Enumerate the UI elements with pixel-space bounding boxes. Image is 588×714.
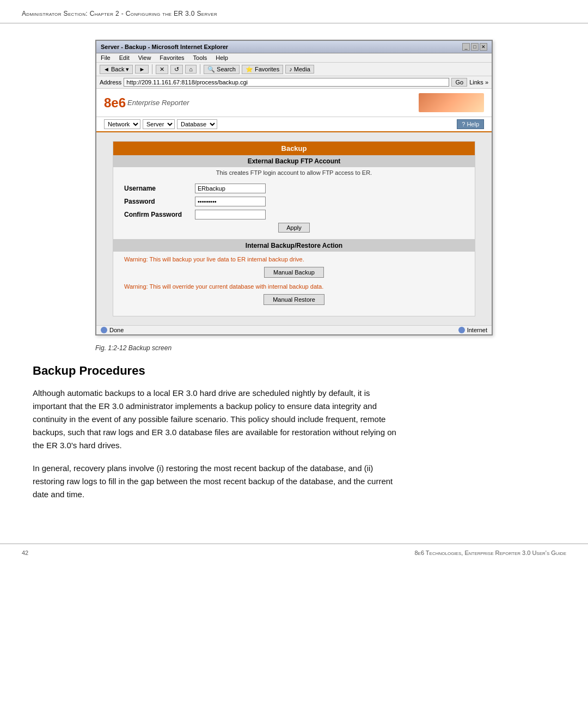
stop-button[interactable]: ✕ xyxy=(156,65,168,74)
manual-restore-row: Manual Restore xyxy=(124,294,464,305)
password-label: Password xyxy=(124,198,195,205)
internal-section-header: Internal Backup/Restore Action xyxy=(113,240,475,252)
menu-favorites[interactable]: Favorites xyxy=(160,54,184,61)
logo-text: Enterprise Reporter xyxy=(127,99,189,107)
apply-button[interactable]: Apply xyxy=(278,223,310,233)
menu-tools[interactable]: Tools xyxy=(193,54,207,61)
browser-window: Server - Backup - Microsoft Internet Exp… xyxy=(95,40,493,335)
manual-backup-row: Manual Backup xyxy=(124,267,464,278)
body-paragraph-1: Although automatic backups to a local ER… xyxy=(33,387,403,452)
panel-box: Backup External Backup FTP Account This … xyxy=(113,141,475,316)
go-button[interactable]: Go xyxy=(451,78,467,87)
footer-page-number: 42 xyxy=(22,550,28,556)
back-button[interactable]: ◄ Back ▾ xyxy=(100,65,133,74)
section-title: Backup Procedures xyxy=(33,364,555,378)
warning-text-2: Warning: This will override your current… xyxy=(124,283,464,290)
menu-help[interactable]: Help xyxy=(216,54,228,61)
internet-label: Internet xyxy=(467,327,487,333)
nav-bar: Network Server Database ? Help xyxy=(96,117,492,132)
help-button[interactable]: ? Help xyxy=(457,119,484,129)
status-right: Internet xyxy=(458,327,487,333)
toolbar-separator xyxy=(152,64,152,74)
close-button[interactable]: ✕ xyxy=(480,43,487,51)
links-button[interactable]: Links » xyxy=(469,79,488,86)
username-input[interactable] xyxy=(195,184,266,193)
password-row: Password xyxy=(124,197,464,206)
browser-titlebar: Server - Backup - Microsoft Internet Exp… xyxy=(96,41,492,53)
forward-button[interactable]: ► xyxy=(135,65,149,74)
ftp-section-desc: This creates FTP login account to allow … xyxy=(113,167,475,179)
confirm-password-input[interactable] xyxy=(195,210,266,219)
browser-statusbar: Done Internet xyxy=(96,325,492,334)
apply-btn-row: Apply xyxy=(124,223,464,233)
nav-dropdown-server[interactable]: Server xyxy=(143,119,175,129)
page-header: Administrator Section: Chapter 2 - Confi… xyxy=(0,0,588,23)
figure-caption: Fig. 1:2-12 Backup screen xyxy=(95,344,493,352)
nav-dropdown-network[interactable]: Network xyxy=(104,119,140,129)
username-label: Username xyxy=(124,185,195,192)
browser-title: Server - Backup - Microsoft Internet Exp… xyxy=(101,44,228,50)
minimize-button[interactable]: _ xyxy=(462,43,470,51)
confirm-password-row: Confirm Password xyxy=(124,210,464,219)
page-footer: 42 8e6 Technologies, Enterprise Reporter… xyxy=(0,544,588,562)
main-panel: Backup External Backup FTP Account This … xyxy=(96,132,492,325)
app-content: 8e6 Enterprise Reporter Network Server D… xyxy=(96,89,492,325)
refresh-button[interactable]: ↺ xyxy=(170,65,183,74)
ftp-form: Username Password Confirm Password xyxy=(113,179,475,239)
confirm-password-label: Confirm Password xyxy=(124,211,195,218)
warning-text-1: Warning: This will backup your live data… xyxy=(124,256,464,263)
toolbar-separator2 xyxy=(200,64,200,74)
media-button[interactable]: ♪ Media xyxy=(285,65,314,74)
internet-icon xyxy=(458,327,465,333)
panel-title: Backup xyxy=(113,142,475,155)
maximize-button[interactable]: □ xyxy=(471,43,479,51)
body-paragraph-2: In general, recovery plans involve (i) r… xyxy=(33,462,403,501)
username-row: Username xyxy=(124,184,464,193)
browser-controls: _ □ ✕ xyxy=(462,43,487,51)
internal-section: Warning: This will backup your live data… xyxy=(113,252,475,316)
password-input[interactable] xyxy=(195,197,266,206)
address-label: Address xyxy=(100,79,121,86)
ftp-section-header: External Backup FTP Account xyxy=(113,155,475,167)
menu-view[interactable]: View xyxy=(138,54,151,61)
app-header: 8e6 Enterprise Reporter xyxy=(96,89,492,117)
status-icon xyxy=(101,327,107,333)
footer-right-text: 8e6 Technologies, Enterprise Reporter 3.… xyxy=(414,550,566,556)
logo-8e6: 8e6 xyxy=(104,95,126,111)
manual-restore-button[interactable]: Manual Restore xyxy=(264,294,324,305)
search-button[interactable]: 🔍 Search xyxy=(204,65,240,74)
home-button[interactable]: ⌂ xyxy=(185,65,197,74)
address-input[interactable] xyxy=(124,78,449,87)
status-left: Done xyxy=(101,327,124,333)
manual-backup-button[interactable]: Manual Backup xyxy=(264,267,324,278)
favorites-button[interactable]: ⭐ Favorites xyxy=(242,65,283,74)
logo-decoration xyxy=(419,93,484,112)
browser-menubar: File Edit View Favorites Tools Help xyxy=(96,53,492,63)
menu-edit[interactable]: Edit xyxy=(119,54,130,61)
browser-toolbar: ◄ Back ▾ ► ✕ ↺ ⌂ 🔍 Search ⭐ Favorites ♪ … xyxy=(96,63,492,76)
address-bar-row: Address Go Links » xyxy=(96,76,492,89)
status-text: Done xyxy=(109,327,124,333)
menu-file[interactable]: File xyxy=(101,54,111,61)
nav-dropdown-database[interactable]: Database xyxy=(177,119,217,129)
